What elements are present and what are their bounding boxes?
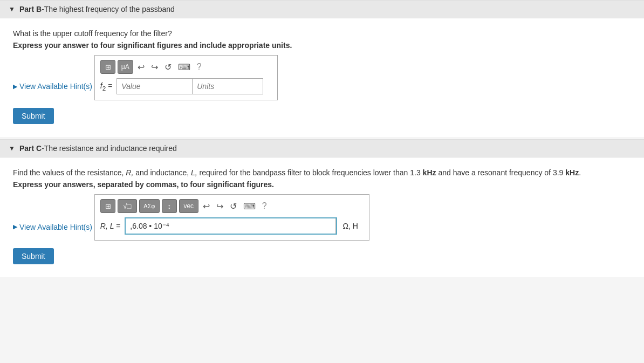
part-c-matrix-btn[interactable]: ⊞ xyxy=(100,199,115,213)
part-c-keyboard-icon: ⌨ xyxy=(243,201,256,211)
part-c-submit-label: Submit xyxy=(22,252,45,261)
part-b-reset-btn[interactable]: ↺ xyxy=(162,60,174,74)
part-c-units-display: Ω, H xyxy=(337,218,363,234)
part-c-question-prefix: Find the values of the resistance, xyxy=(13,168,124,177)
part-b-hint-arrow-icon: ▶ xyxy=(13,83,17,90)
part-b-input-row: f2 = xyxy=(100,78,272,94)
part-b-collapse-arrow: ▼ xyxy=(9,5,15,13)
part-b-keyboard-icon: ⌨ xyxy=(178,62,190,72)
part-b-title-bold: Part B xyxy=(19,5,42,13)
part-b-submit-label: Submit xyxy=(22,112,45,120)
part-c-question-body: required for the bandpass filter to bloc… xyxy=(200,168,581,177)
part-c-redo-icon: ↪ xyxy=(216,201,223,211)
part-b-undo-icon: ↩ xyxy=(138,62,145,72)
part-b-hint-label: View Available Hint(s) xyxy=(19,82,92,91)
part-c-collapse-arrow: ▼ xyxy=(9,145,15,152)
part-b-matrix-btn[interactable]: ⊞ xyxy=(100,60,115,74)
part-b-keyboard-btn[interactable]: ⌨ xyxy=(176,60,193,74)
part-c-sqrt-btn[interactable]: √□ xyxy=(118,199,137,213)
part-b-reset-icon: ↺ xyxy=(165,62,172,72)
part-c-hint-label: View Available Hint(s) xyxy=(19,223,92,231)
part-b-title-normal: The highest frequency of the passband xyxy=(44,5,175,13)
part-c-reset-icon: ↺ xyxy=(230,201,237,211)
part-c-abc-label: ΑΣφ xyxy=(143,203,155,209)
part-c-vec-btn[interactable]: vec xyxy=(179,199,198,213)
part-b-input-wrapper xyxy=(117,78,263,94)
part-c-input-border-box xyxy=(125,217,337,235)
part-b-mu-label: μΑ xyxy=(121,63,129,71)
part-c-arrow-icon: ↕ xyxy=(168,202,172,210)
part-b-redo-icon: ↪ xyxy=(151,62,158,72)
part-b-section: ▼ Part B - The highest frequency of the … xyxy=(0,0,644,137)
part-b-input-label: f2 = xyxy=(100,81,112,92)
part-c-hint-arrow-icon: ▶ xyxy=(13,223,17,230)
part-b-hint-link[interactable]: ▶ View Available Hint(s) xyxy=(13,82,92,91)
part-c-input-row: R, L = Ω, H xyxy=(100,217,364,235)
part-b-submit-btn[interactable]: Submit xyxy=(13,108,54,124)
part-b-header[interactable]: ▼ Part B - The highest frequency of the … xyxy=(0,0,644,18)
part-c-reset-btn[interactable]: ↺ xyxy=(228,199,239,213)
part-c-vec-label: vec xyxy=(183,202,194,210)
part-c-help-icon[interactable]: ? xyxy=(260,201,269,211)
part-b-question: What is the upper cutoff frequency for t… xyxy=(13,29,631,38)
part-c-question-mid: and inductance, xyxy=(135,168,189,177)
part-b-undo-btn[interactable]: ↩ xyxy=(135,60,147,74)
part-c-matrix-icon: ⊞ xyxy=(105,202,111,210)
part-b-content: What is the upper cutoff frequency for t… xyxy=(0,18,644,137)
part-b-help-icon[interactable]: ? xyxy=(195,62,204,72)
part-b-value-input[interactable] xyxy=(117,79,193,94)
part-c-undo-btn[interactable]: ↩ xyxy=(201,199,212,213)
part-c-answer-box: ⊞ √□ ΑΣφ ↕ vec ↩ xyxy=(94,194,369,241)
part-c-question: Find the values of the resistance, R, an… xyxy=(13,168,631,177)
part-c-arrow-btn[interactable]: ↕ xyxy=(162,199,177,213)
part-c-hint-link[interactable]: ▶ View Available Hint(s) xyxy=(13,223,92,231)
part-b-matrix-icon: ⊞ xyxy=(105,63,111,71)
part-c-input-label: R, L = xyxy=(100,222,121,230)
part-c-title-bold: Part C xyxy=(19,144,42,153)
part-c-redo-btn[interactable]: ↪ xyxy=(214,199,225,213)
part-c-undo-icon: ↩ xyxy=(203,201,210,211)
part-b-toolbar: ⊞ μΑ ↩ ↪ ↺ ⌨ xyxy=(100,60,272,74)
part-c-content: Find the values of the resistance, R, an… xyxy=(0,157,644,277)
part-c-keyboard-btn[interactable]: ⌨ xyxy=(241,199,258,213)
part-c-r-var: R, xyxy=(126,168,133,177)
part-c-abc-btn[interactable]: ΑΣφ xyxy=(139,199,160,213)
part-b-units-input[interactable] xyxy=(193,79,263,94)
part-c-submit-btn[interactable]: Submit xyxy=(13,248,54,264)
part-c-header[interactable]: ▼ Part C - The resistance and inductance… xyxy=(0,139,644,157)
part-b-answer-box: ⊞ μΑ ↩ ↪ ↺ ⌨ xyxy=(94,55,278,100)
part-c-title-normal: The resistance and inductance required xyxy=(44,144,177,153)
part-b-mu-btn[interactable]: μΑ xyxy=(118,60,133,74)
part-b-redo-btn[interactable]: ↪ xyxy=(149,60,160,74)
part-c-instruction: Express your answers, separated by comma… xyxy=(13,180,631,189)
part-c-toolbar: ⊞ √□ ΑΣφ ↕ vec ↩ xyxy=(100,199,364,213)
part-c-sqrt-icon: √□ xyxy=(123,202,131,210)
part-c-value-input[interactable] xyxy=(126,218,336,234)
part-b-instruction: Express your answer to four significant … xyxy=(13,41,631,50)
part-c-section: ▼ Part C - The resistance and inductance… xyxy=(0,139,644,277)
page-container: ▼ Part B - The highest frequency of the … xyxy=(0,0,644,363)
part-c-l-var: L, xyxy=(191,168,197,177)
